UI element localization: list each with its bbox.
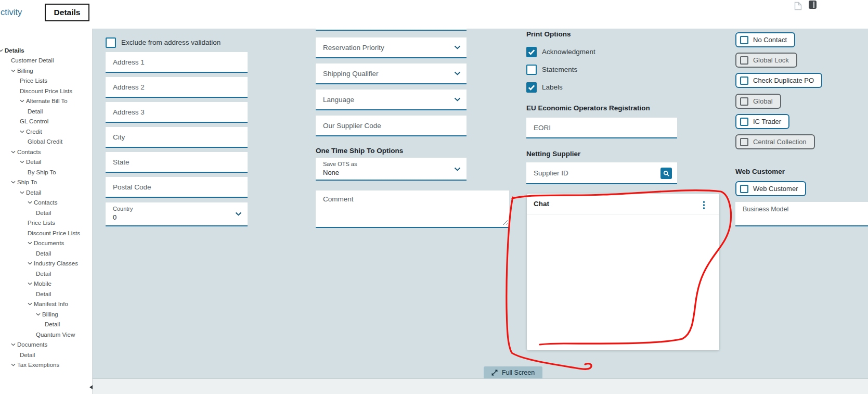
country-select[interactable]: Country 0: [106, 202, 248, 226]
sidebar-item-detail[interactable]: Detail: [0, 187, 92, 198]
postal-code-input[interactable]: Postal Code: [106, 177, 248, 198]
reservation-priority-select[interactable]: Reservation Priority: [316, 37, 467, 58]
ic-trader-toggle[interactable]: IC Trader: [735, 114, 789, 129]
sidebar-item-global-credit[interactable]: Global Credit: [0, 137, 92, 147]
sidebar-item-label: Billing: [42, 311, 58, 317]
sidebar-item-detail[interactable]: Detail: [0, 248, 92, 259]
scroll-arrow-icon[interactable]: [89, 385, 93, 389]
sidebar-item-detail[interactable]: Detail: [0, 350, 92, 360]
eori-input[interactable]: EORI: [526, 118, 677, 138]
central-collection-toggle[interactable]: Central Collection: [735, 134, 815, 149]
search-icon[interactable]: [660, 168, 672, 179]
sidebar-item-billing[interactable]: Billing: [0, 66, 92, 76]
language-select[interactable]: Language: [316, 90, 467, 110]
sidebar-item-label: Documents: [17, 341, 47, 348]
state-input[interactable]: State: [106, 152, 248, 173]
sidebar-item-details[interactable]: Details: [0, 45, 92, 56]
address-1-input[interactable]: Address 1: [106, 52, 248, 73]
address-2-input[interactable]: Address 2: [106, 77, 248, 98]
sidebar-item-label: Detail: [36, 271, 51, 277]
sidebar-item-detail[interactable]: Detail: [0, 289, 92, 299]
sidebar-item-alternate-bill-to[interactable]: Alternate Bill To: [0, 96, 92, 107]
exclude-address-validation-checkbox[interactable]: [106, 37, 116, 48]
document-icon[interactable]: [794, 2, 802, 12]
sidebar-item-documents[interactable]: Documents: [0, 340, 92, 350]
tab-activity-partial[interactable]: ctivity: [1, 7, 22, 17]
save-ots-select[interactable]: Save OTS as None: [316, 158, 467, 181]
sidebar-tree: DetailsCustomer DetailBillingPrice Lists…: [0, 29, 92, 370]
chevron-down-icon: [235, 212, 242, 216]
statements-checkbox[interactable]: [526, 65, 537, 75]
select-placeholder: Reservation Priority: [323, 44, 384, 52]
tree-chevron-icon: [20, 191, 24, 194]
our-supplier-code-input[interactable]: Our Supplier Code: [316, 116, 467, 136]
full-screen-button[interactable]: Full Screen: [484, 366, 542, 378]
sidebar-item-label: Contacts: [17, 149, 41, 155]
toggle-label: IC Trader: [753, 118, 781, 125]
one-time-ship-to-header: One Time Ship To Options: [316, 147, 403, 155]
country-label: Country: [113, 206, 133, 212]
address-3-input[interactable]: Address 3: [106, 102, 248, 123]
resize-handle[interactable]: [502, 220, 508, 225]
sidebar-item-label: Credit: [26, 129, 42, 135]
toggle-label: Global: [753, 97, 773, 105]
sidebar-item-customer-detail[interactable]: Customer Detail: [0, 56, 92, 66]
sidebar-item-billing[interactable]: Billing: [0, 309, 92, 320]
sidebar-item-label: Price Lists: [28, 220, 55, 226]
panel-toggle-icon[interactable]: [809, 1, 817, 9]
sidebar-item-by-ship-to[interactable]: By Ship To: [0, 167, 92, 177]
check-duplicate-po-toggle[interactable]: Check Duplicate PO: [735, 73, 822, 88]
save-ots-label: Save OTS as: [323, 161, 357, 167]
sidebar-item-ship-to[interactable]: Ship To: [0, 177, 92, 188]
sidebar-item-discount-price-lists[interactable]: Discount Price Lists: [0, 228, 92, 238]
chat-body[interactable]: [527, 214, 719, 350]
global-toggle[interactable]: Global: [735, 94, 781, 109]
city-input[interactable]: City: [106, 127, 248, 148]
sidebar-item-detail[interactable]: Detail: [0, 269, 92, 279]
sidebar-item-tax-exemptions[interactable]: Tax Exemptions: [0, 360, 92, 371]
kebab-menu-icon[interactable]: [703, 200, 706, 210]
acknowledgment-checkbox[interactable]: [526, 47, 537, 57]
sidebar-item-contacts[interactable]: Contacts: [0, 147, 92, 157]
sidebar-item-detail[interactable]: Detail: [0, 208, 92, 218]
sidebar-item-price-lists[interactable]: Price Lists: [0, 218, 92, 228]
global-lock-toggle[interactable]: Global Lock: [735, 53, 797, 68]
toggle-label: Global Lock: [753, 56, 789, 64]
sidebar-item-detail[interactable]: Detail: [0, 320, 92, 330]
sidebar-item-label: Quantum View: [36, 332, 75, 338]
acknowledgment-label: Acknowledgment: [542, 48, 595, 56]
comment-textarea[interactable]: Comment: [316, 190, 509, 228]
clipped-top-field[interactable]: [316, 29, 467, 31]
field-placeholder: State: [113, 158, 129, 166]
chevron-down-icon: [454, 167, 461, 171]
sidebar-item-label: Detail: [36, 291, 51, 297]
sidebar-item-industry-classes[interactable]: Industry Classes: [0, 259, 92, 269]
no-contact-toggle[interactable]: No Contact: [735, 32, 795, 47]
sidebar-item-label: Tax Exemptions: [17, 362, 59, 368]
toggle-label: No Contact: [753, 36, 787, 44]
web-customer-toggle[interactable]: Web Customer: [735, 181, 806, 196]
checkbox-icon: [740, 97, 748, 106]
sidebar-item-discount-price-lists[interactable]: Discount Price Lists: [0, 86, 92, 96]
sidebar-item-label: GL Control: [20, 118, 48, 124]
sidebar-item-manifest-info[interactable]: Manifest Info: [0, 299, 92, 310]
checkbox-icon: [740, 56, 748, 65]
sidebar-item-documents[interactable]: Documents: [0, 238, 92, 249]
business-model-select[interactable]: Business Model: [735, 202, 868, 226]
sidebar-item-detail[interactable]: Detail: [0, 157, 92, 168]
sidebar-item-gl-control[interactable]: GL Control: [0, 117, 92, 127]
shipping-qualifier-select[interactable]: Shipping Qualifier: [316, 63, 467, 84]
sidebar-item-mobile[interactable]: Mobile: [0, 279, 92, 289]
checkbox-icon: [740, 138, 748, 146]
tree-chevron-icon: [20, 130, 24, 133]
labels-checkbox[interactable]: [526, 82, 537, 93]
sidebar-item-quantum-view[interactable]: Quantum View: [0, 329, 92, 340]
tab-details[interactable]: Details: [45, 4, 89, 21]
sidebar-item-contacts[interactable]: Contacts: [0, 198, 92, 208]
sidebar-item-price-lists[interactable]: Price Lists: [0, 76, 92, 86]
sidebar-item-credit[interactable]: Credit: [0, 126, 92, 137]
tab-details-label: Details: [54, 8, 81, 17]
sidebar-item-detail[interactable]: Detail: [0, 106, 92, 117]
supplier-id-input[interactable]: Supplier ID: [526, 162, 677, 184]
toggle-label: Web Customer: [753, 185, 798, 193]
